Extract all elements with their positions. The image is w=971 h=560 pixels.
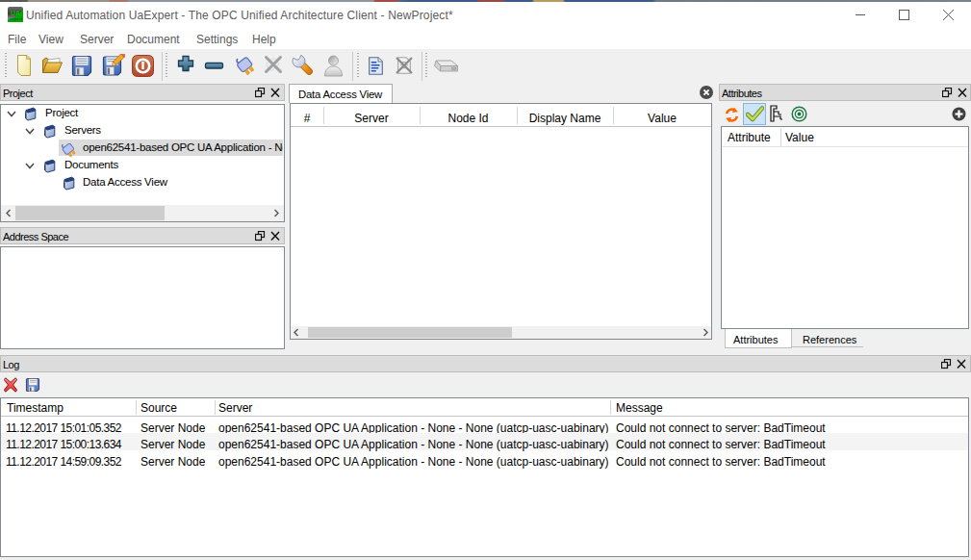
svg-text:expert: expert <box>10 16 23 21</box>
svg-text:UA: UA <box>11 10 20 16</box>
